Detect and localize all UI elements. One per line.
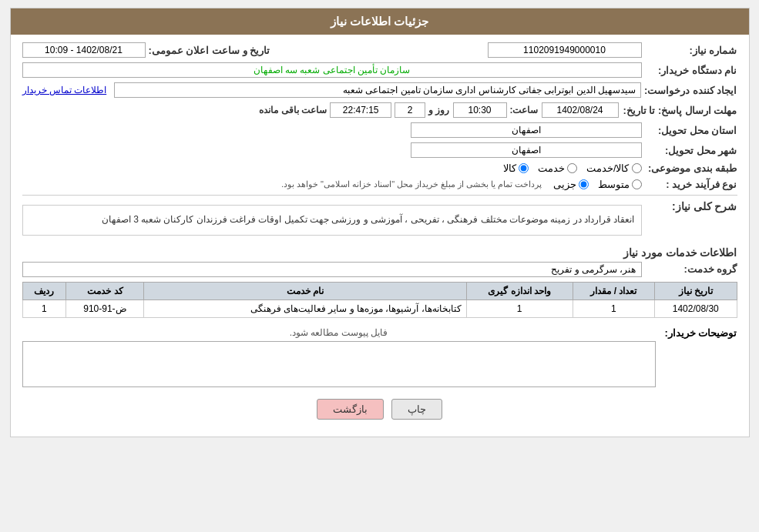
main-container: جزئیات اطلاعات نیاز شماره نیاز: 11020919…	[10, 8, 750, 437]
process-label: نوع فرآیند خرید :	[645, 179, 737, 190]
city-label: شهر محل تحویل:	[645, 145, 737, 156]
radio-jazee-input[interactable]	[579, 179, 589, 189]
table-row: 1402/08/30 1 1 کتابخانه‌ها، آرشیوها، موز…	[22, 299, 737, 317]
radio-kala-label: کالا	[503, 162, 516, 174]
category-label: طبقه بندی موضوعی:	[645, 162, 737, 174]
need-number-row: شماره نیاز: 1102091949000010 تاریخ و ساع…	[22, 42, 737, 58]
deadline-label: مهلت ارسال پاسخ: تا تاریخ:	[622, 105, 737, 116]
service-group-row: گروه خدمت: هنر، سرگرمی و تفریح	[22, 262, 737, 277]
radio-kala[interactable]: کالا	[503, 162, 529, 174]
province-value: اصفهان	[411, 122, 642, 138]
cell-unit: 1	[466, 299, 573, 317]
buyer-description-area: توضیحات خریدار: فایل پیوست مطالعه شود.	[22, 324, 737, 390]
category-radio-group: کالا/خدمت خدمت کالا	[503, 162, 642, 174]
print-button[interactable]: چاپ	[391, 399, 442, 420]
cell-service-code: ض-91-910	[66, 299, 144, 317]
city-row: شهر محل تحویل: اصفهان	[22, 142, 737, 158]
radio-jazee[interactable]: جزیی	[553, 179, 589, 190]
radio-khedmat[interactable]: خدمت	[538, 162, 577, 174]
requester-label: ایجاد کننده درخواست:	[644, 85, 737, 96]
need-number-label: شماره نیاز:	[645, 45, 737, 56]
deadline-time-label: ساعت:	[510, 105, 539, 115]
countdown-label: ساعت باقی مانده	[259, 105, 327, 115]
separator-1	[22, 195, 737, 196]
countdown-value: 22:47:15	[330, 102, 391, 118]
service-group-value: هنر، سرگرمی و تفریح	[22, 262, 642, 277]
page-header: جزئیات اطلاعات نیاز	[11, 8, 749, 35]
buyer-description-container: فایل پیوست مطالعه شود.	[22, 324, 656, 390]
content-area: شماره نیاز: 1102091949000010 تاریخ و ساع…	[11, 35, 749, 437]
category-row: طبقه بندی موضوعی: کالا/خدمت خدمت کالا	[22, 162, 737, 174]
radio-jazee-label: جزیی	[553, 179, 576, 190]
radio-kala-khedmat-label: کالا/خدمت	[586, 162, 630, 174]
process-row: نوع فرآیند خرید : متوسط جزیی پرداخت تمام…	[22, 179, 737, 190]
table-header-row: تاریخ نیاز تعداد / مقدار واحد اندازه گیر…	[22, 282, 737, 299]
requester-row: ایجاد کننده درخواست: سیدسهیل الدین ابوتر…	[22, 82, 737, 98]
requester-value: سیدسهیل الدین ابوترابی جفاتی کارشناس ادا…	[114, 82, 641, 98]
need-number-value: 1102091949000010	[488, 42, 642, 58]
buyer-description-textarea[interactable]	[22, 341, 656, 387]
city-value: اصفهان	[411, 142, 642, 158]
cell-service-name: کتابخانه‌ها، آرشیوها، موزه‌ها و سایر فعا…	[144, 299, 466, 317]
cell-quantity: 1	[573, 299, 654, 317]
buyer-description-note: فایل پیوست مطالعه شود.	[22, 324, 656, 341]
buyer-org-row: نام دستگاه خریدار: سازمان تأمین اجتماعی …	[22, 62, 737, 78]
services-section-title: اطلاعات خدمات مورد نیاز	[22, 246, 737, 259]
process-note: پرداخت تمام یا بخشی از مبلغ خریداز محل "…	[281, 179, 542, 189]
col-quantity: تعداد / مقدار	[573, 282, 654, 299]
deadline-row: مهلت ارسال پاسخ: تا تاریخ: 1402/08/24 سا…	[22, 102, 737, 118]
col-need-date: تاریخ نیاز	[655, 282, 737, 299]
page-title: جزئیات اطلاعات نیاز	[331, 15, 428, 28]
buyer-description-label: توضیحات خریدار:	[660, 324, 737, 339]
radio-motevaset-input[interactable]	[632, 179, 642, 189]
deadline-days: 2	[395, 102, 425, 118]
description-text: انعقاد قرارداد در زمینه موضوعات مختلف فر…	[22, 205, 642, 236]
cell-need-date: 1402/08/30	[655, 299, 737, 317]
col-unit: واحد اندازه گیری	[466, 282, 573, 299]
contact-link[interactable]: اطلاعات تماس خریدار	[22, 85, 112, 95]
radio-motevaset-label: متوسط	[598, 179, 630, 190]
col-service-code: کد خدمت	[66, 282, 144, 299]
description-label: شرح کلی نیاز:	[645, 200, 737, 212]
deadline-days-label: روز و	[428, 105, 449, 115]
deadline-date: 1402/08/24	[542, 102, 619, 118]
back-button[interactable]: بازگشت	[317, 399, 384, 420]
description-section: شرح کلی نیاز: انعقاد قرارداد در زمینه مو…	[22, 200, 737, 240]
deadline-time: 10:30	[453, 102, 507, 118]
province-label: استان محل تحویل:	[645, 125, 737, 136]
radio-khedmat-label: خدمت	[538, 162, 565, 174]
radio-motevaset[interactable]: متوسط	[598, 179, 642, 190]
radio-khedmat-input[interactable]	[567, 163, 577, 173]
process-radio-group: متوسط جزیی	[553, 179, 642, 190]
province-row: استان محل تحویل: اصفهان	[22, 122, 737, 138]
radio-kala-khedmat[interactable]: کالا/خدمت	[586, 162, 642, 174]
cell-row-number: 1	[22, 299, 66, 317]
services-table: تاریخ نیاز تعداد / مقدار واحد اندازه گیر…	[22, 282, 737, 318]
buyer-org-label: نام دستگاه خریدار:	[645, 65, 737, 76]
col-service-name: نام خدمت	[144, 282, 466, 299]
service-group-label: گروه خدمت:	[645, 263, 737, 275]
radio-kala-khedmat-input[interactable]	[632, 163, 642, 173]
col-row-number: ردیف	[22, 282, 66, 299]
buyer-org-value: سازمان تأمین اجتماعی شعبه سه اصفهان	[22, 62, 642, 78]
radio-kala-input[interactable]	[519, 163, 529, 173]
announcement-datetime-value: 1402/08/21 - 10:09	[22, 42, 146, 58]
buttons-row: چاپ بازگشت	[22, 399, 737, 420]
announcement-label: تاریخ و ساعت اعلان عمومی:	[149, 45, 270, 56]
